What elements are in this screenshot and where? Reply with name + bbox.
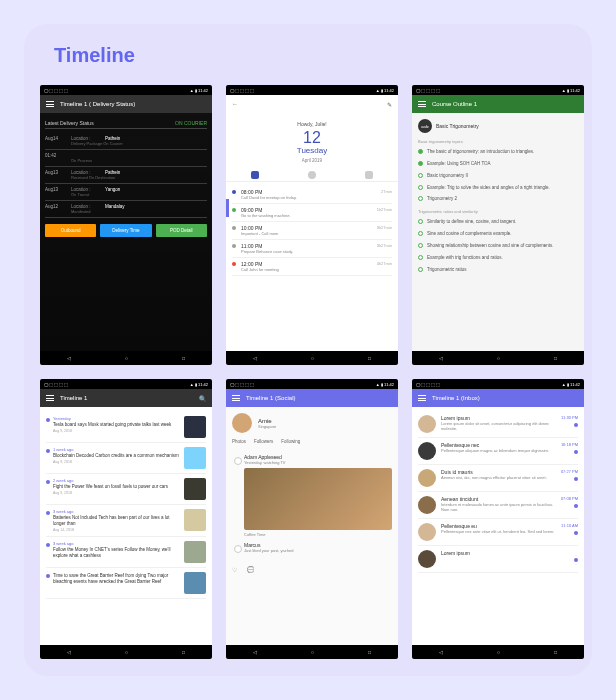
menu-icon[interactable] (46, 101, 54, 107)
search-icon[interactable]: 🔍 (199, 395, 206, 402)
month-label: April 2019 (234, 158, 390, 163)
tab-followers[interactable]: Followers (254, 439, 273, 444)
course-name: Basic Trigonometry (436, 123, 479, 129)
menu-icon[interactable] (46, 395, 54, 401)
timeline-section-card: Timeline ◯ ⬚ ⬚ ⬚ ⬚▲ ▮ 11:42 Timeline 1 (… (24, 24, 592, 676)
screen-title: Timeline 1 (Social) (246, 395, 295, 401)
like-icon[interactable]: ♡ (232, 566, 237, 573)
menu-icon[interactable] (232, 395, 240, 401)
recent-icon[interactable]: □ (182, 355, 185, 361)
screen-title: Timeline 1 (Inbox) (432, 395, 480, 401)
tab-calendar[interactable] (251, 171, 259, 179)
feed-image[interactable] (244, 468, 392, 530)
outbound-button[interactable]: Outbound (45, 224, 96, 237)
tab-following[interactable]: Following (281, 439, 300, 444)
pod-detail-button[interactable]: POD Detail (156, 224, 207, 237)
day-number: 12 (234, 130, 390, 146)
greeting: Howdy, Julie! (234, 121, 390, 127)
profile-avatar[interactable] (232, 413, 252, 433)
edit-icon[interactable]: ✎ (387, 101, 392, 108)
screenshot-grid: ◯ ⬚ ⬚ ⬚ ⬚▲ ▮ 11:42 Timeline 1 ( Delivery… (40, 85, 576, 659)
status-bar: ◯ ⬚ ⬚ ⬚ ⬚▲ ▮ 11:42 (40, 85, 212, 95)
screen-day-timeline[interactable]: ◯ ⬚ ⬚ ⬚ ⬚▲ ▮ 11:42 ←✎ Howdy, Julie! 12 T… (226, 85, 398, 365)
screen-title: Course Outline 1 (432, 101, 477, 107)
home-icon[interactable]: ○ (125, 355, 128, 361)
screen-social-timeline[interactable]: ◯ ⬚ ⬚ ⬚ ⬚▲ ▮ 11:42 Timeline 1 (Social) A… (226, 379, 398, 659)
button-row: Outbound Delivery Time POD Detail (45, 224, 207, 237)
delivery-time-button[interactable]: Delivery Time (100, 224, 151, 237)
menu-icon[interactable] (418, 101, 426, 107)
section-title: Timeline (54, 44, 576, 67)
profile-location: Singapore (258, 424, 276, 429)
tab-photos[interactable]: Photos (232, 439, 246, 444)
comment-icon[interactable]: 💬 (247, 566, 254, 573)
course-avatar: aafz (418, 119, 432, 133)
screen-delivery-status[interactable]: ◯ ⬚ ⬚ ⬚ ⬚▲ ▮ 11:42 Timeline 1 ( Delivery… (40, 85, 212, 365)
screen-inbox-timeline[interactable]: ◯ ⬚ ⬚ ⬚ ⬚▲ ▮ 11:42 Timeline 1 (Inbox) Lo… (412, 379, 584, 659)
back-icon[interactable]: ← (232, 101, 238, 107)
menu-icon[interactable] (418, 395, 426, 401)
tab-clock[interactable] (308, 171, 316, 179)
day-name: Tuesday (234, 146, 390, 155)
back-icon[interactable]: ◁ (67, 355, 71, 361)
nav-bar: ◁○□ (40, 351, 212, 365)
app-bar: Timeline 1 ( Delivery Status) (40, 95, 212, 113)
screen-course-outline[interactable]: ◯ ⬚ ⬚ ⬚ ⬚▲ ▮ 11:42 Course Outline 1 aafz… (412, 85, 584, 365)
screen-title: Timeline 1 ( Delivery Status) (60, 101, 135, 107)
screen-news-timeline[interactable]: ◯ ⬚ ⬚ ⬚ ⬚▲ ▮ 11:42 Timeline 1🔍 Yesterday… (40, 379, 212, 659)
latest-status-row: Latest Delivery StatusON COURIER (45, 118, 207, 129)
tab-settings[interactable] (365, 171, 373, 179)
screen-title: Timeline 1 (60, 395, 87, 401)
